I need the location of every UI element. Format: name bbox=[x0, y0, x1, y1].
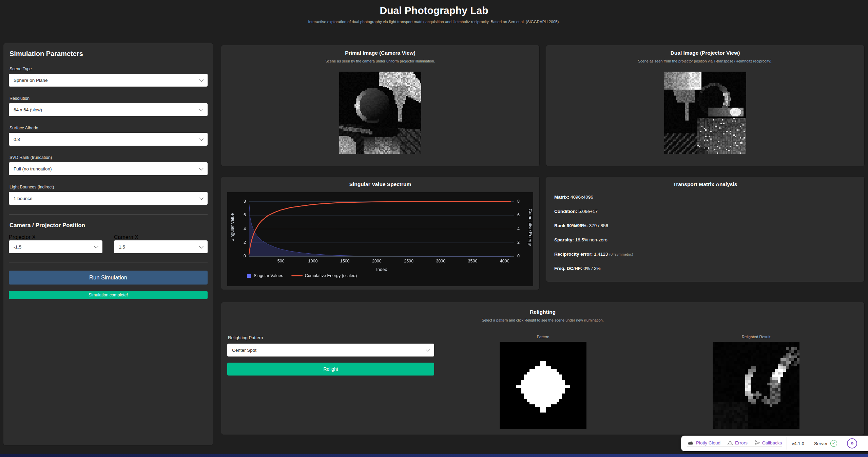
dual-photography-lab-app: Dual Photography Lab Interactive explora… bbox=[0, 0, 868, 457]
resolution-select[interactable]: 64 x 64 (slow) bbox=[9, 103, 208, 116]
scene-type-select[interactable]: Sphere on Plane bbox=[9, 74, 208, 87]
chevron-down-icon bbox=[199, 166, 204, 170]
spectrum-title: Singular Value Spectrum bbox=[221, 181, 539, 187]
relighting-panel: Relighting Select a pattern and click Re… bbox=[221, 302, 864, 435]
resolution-value: 64 x 64 (slow) bbox=[14, 107, 42, 112]
panel-title: Simulation Parameters bbox=[9, 50, 208, 58]
dual-subtitle: Scene as seen from the projector positio… bbox=[546, 59, 864, 63]
primal-title: Primal Image (Camera View) bbox=[221, 50, 539, 56]
analysis-row: Reciprocity error: 1.4123(0=symmetric) bbox=[554, 251, 856, 257]
relighting-pattern-select[interactable]: Center Spot bbox=[227, 344, 434, 357]
chevron-down-icon bbox=[94, 244, 98, 249]
svd-rank-select[interactable]: Full (no truncation) bbox=[9, 162, 208, 175]
callbacks-graph-icon bbox=[754, 440, 760, 445]
resolution-group: Resolution 64 x 64 (slow) bbox=[9, 96, 208, 116]
chevron-down-icon bbox=[199, 196, 204, 200]
light-bounces-value: 1 bounce bbox=[14, 196, 33, 201]
analysis-row: Sparsity: 16.5% non-zero bbox=[554, 237, 856, 243]
transport-matrix-analysis-panel: Transport Matrix Analysis Matrix: 4096x4… bbox=[546, 177, 864, 282]
page-title: Dual Photography Lab bbox=[0, 5, 868, 16]
warning-icon bbox=[727, 440, 733, 445]
light-bounces-label: Light Bounces (indirect) bbox=[9, 185, 208, 189]
chevron-down-icon bbox=[199, 136, 204, 141]
footer-strip bbox=[0, 454, 868, 457]
surface-albedo-select[interactable]: 0.8 bbox=[9, 133, 208, 146]
pattern-figure: Pattern bbox=[500, 335, 586, 429]
analysis-row: Condition: 5.06e+17 bbox=[554, 208, 856, 215]
dash-debug-toolbar: Plotly Cloud Errors Callbacks v4.1.0 Ser… bbox=[681, 436, 868, 451]
divider bbox=[787, 437, 787, 450]
analysis-row: Freq. DC/HF: 0% / 2% bbox=[554, 266, 856, 272]
surface-albedo-label: Surface Albedo bbox=[9, 126, 208, 130]
relight-button[interactable]: Relight bbox=[227, 363, 434, 376]
dual-title: Dual Image (Projector View) bbox=[546, 50, 864, 56]
position-section-title: Camera / Projector Position bbox=[9, 222, 208, 229]
scene-type-value: Sphere on Plane bbox=[14, 78, 48, 83]
projector-x-label: Projector X bbox=[9, 234, 36, 240]
relighting-subtitle: Select a pattern and click Relight to se… bbox=[221, 318, 864, 322]
singular-value-spectrum-panel: Singular Value Spectrum bbox=[221, 177, 539, 290]
dual-image-panel: Dual Image (Projector View) Scene as see… bbox=[546, 45, 864, 166]
chevron-down-icon bbox=[199, 107, 204, 111]
errors-link[interactable]: Errors bbox=[727, 440, 748, 445]
dash-version: v4.1.0 bbox=[792, 441, 804, 446]
analysis-row: Matrix: 4096x4096 bbox=[554, 194, 856, 200]
svd-rank-value: Full (no truncation) bbox=[14, 166, 52, 171]
chevron-down-icon bbox=[199, 77, 204, 82]
callbacks-link[interactable]: Callbacks bbox=[754, 440, 782, 445]
camera-x-value: 1.5 bbox=[119, 244, 125, 250]
camera-x-group: Camera X 1.5 bbox=[114, 234, 208, 253]
camera-x-select[interactable]: 1.5 bbox=[114, 240, 208, 253]
relighted-result-figure: Relighted Result bbox=[713, 335, 799, 429]
check-icon: ✓ bbox=[830, 440, 837, 447]
analysis-title: Transport Matrix Analysis bbox=[546, 181, 864, 187]
dual-image bbox=[664, 72, 746, 154]
spectrum-chart-canvas bbox=[227, 192, 533, 286]
plotly-cloud-link[interactable]: Plotly Cloud bbox=[687, 440, 720, 445]
chevron-down-icon bbox=[426, 347, 430, 352]
server-status: Server ✓ bbox=[814, 440, 837, 447]
cloud-icon bbox=[687, 440, 694, 445]
divider bbox=[9, 262, 208, 262]
status-badge: Simulation complete! bbox=[9, 291, 208, 299]
run-simulation-button[interactable]: Run Simulation bbox=[9, 271, 208, 285]
divider bbox=[842, 437, 842, 450]
divider bbox=[9, 214, 208, 215]
scene-type-group: Scene Type Sphere on Plane bbox=[9, 67, 208, 87]
camera-x-label: Camera X bbox=[114, 234, 138, 240]
resolution-label: Resolution bbox=[9, 96, 208, 101]
surface-albedo-value: 0.8 bbox=[14, 137, 20, 142]
pattern-image bbox=[500, 342, 586, 429]
light-bounces-group: Light Bounces (indirect) 1 bounce bbox=[9, 185, 208, 205]
primal-image-panel: Primal Image (Camera View) Scene as seen… bbox=[221, 45, 539, 166]
relighting-title: Relighting bbox=[221, 309, 864, 315]
page-subtitle: Interactive exploration of dual photogra… bbox=[0, 20, 868, 24]
spectrum-chart[interactable] bbox=[227, 192, 533, 286]
surface-albedo-group: Surface Albedo 0.8 bbox=[9, 126, 208, 146]
divider bbox=[809, 437, 809, 450]
svd-rank-label: SVD Rank (truncation) bbox=[9, 155, 208, 160]
relighted-result-caption: Relighted Result bbox=[713, 335, 799, 339]
simulation-parameters-panel: Simulation Parameters Scene Type Sphere … bbox=[3, 43, 213, 445]
relighting-pattern-value: Center Spot bbox=[232, 348, 256, 353]
projector-x-value: -1.5 bbox=[14, 244, 21, 250]
projector-x-select[interactable]: -1.5 bbox=[9, 240, 102, 253]
scene-type-label: Scene Type bbox=[9, 67, 208, 71]
relighting-pattern-label: Relighting Pattern bbox=[228, 335, 434, 340]
svd-rank-group: SVD Rank (truncation) Full (no truncatio… bbox=[9, 155, 208, 175]
chevron-down-icon bbox=[199, 244, 204, 249]
light-bounces-select[interactable]: 1 bounce bbox=[9, 192, 208, 205]
analysis-row: Rank 90%/99%: 379 / 856 bbox=[554, 223, 856, 229]
projector-x-group: Projector X -1.5 bbox=[9, 234, 102, 253]
expand-toolbar-icon[interactable]: » bbox=[847, 438, 857, 449]
pattern-caption: Pattern bbox=[500, 335, 586, 339]
relighted-result-image bbox=[713, 342, 799, 429]
primal-subtitle: Scene as seen by the camera under unifor… bbox=[221, 59, 539, 63]
primal-image bbox=[339, 72, 421, 154]
